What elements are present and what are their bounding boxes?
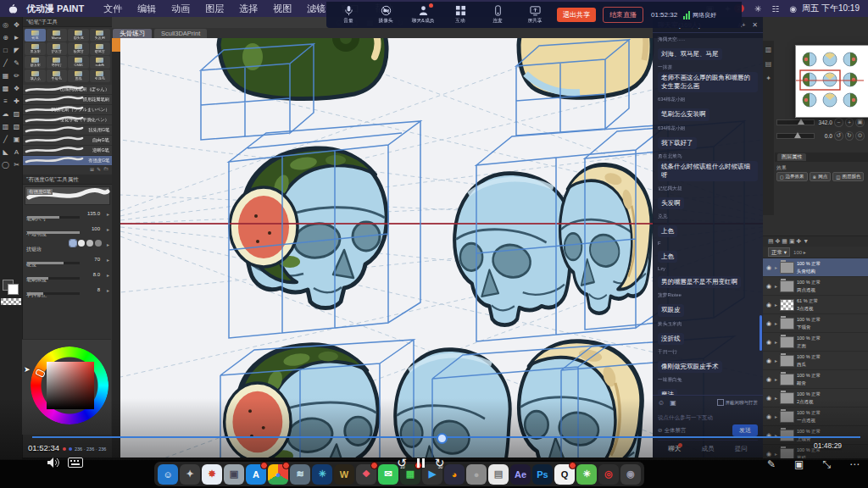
effect-button[interactable]: ◫图层颜色 [832, 172, 864, 181]
layer-row[interactable]: ◉ ▸ 100 % 正常正面 [763, 333, 868, 352]
link-mic-button[interactable]: 连麦 [479, 5, 516, 25]
video-progress-knob[interactable] [437, 433, 448, 444]
stepper-icon[interactable]: ▸ [107, 226, 109, 232]
dock-app-icon[interactable]: ● [466, 464, 487, 485]
slider-track[interactable] [27, 216, 80, 219]
apple-menu-icon[interactable] [8, 3, 18, 14]
layer-thumbnail[interactable] [780, 374, 794, 385]
tool-icon[interactable]: ✎ [11, 57, 22, 69]
menu-item[interactable]: 视图 [273, 3, 292, 14]
brush-row[interactable]: 逆断G笔 [23, 146, 112, 156]
document-tab[interactable]: 头骨练习 [113, 29, 152, 38]
rotate-cw-icon[interactable]: ↻ [845, 131, 854, 141]
layer-thumbnail[interactable] [780, 280, 794, 292]
layer-row[interactable]: ◉ ▸ 100 % 正常下颌骨 [763, 314, 868, 333]
layer-row[interactable]: ◉ ▸ 100 % 正常2点透视 [763, 389, 868, 408]
layer-visibility-icon[interactable]: ◉ [763, 413, 775, 420]
brush-row[interactable]: 有强度G笔 [23, 156, 112, 166]
dock-app-icon[interactable]: ● [268, 464, 288, 485]
dock-app-icon[interactable]: ◎ [598, 464, 619, 485]
slider-track[interactable] [27, 292, 80, 295]
tool-icon[interactable]: ✂ [11, 158, 22, 171]
stepper-icon[interactable]: ▸ [107, 241, 109, 247]
layer-row[interactable]: ◉ ▸ 61 % 正常3点透视 [763, 296, 868, 314]
effect-button[interactable]: ◻边界效果 [776, 172, 808, 181]
layer-thumbnail[interactable] [780, 336, 794, 348]
tool-icon[interactable]: ⊕ [0, 31, 11, 44]
menu-item[interactable]: 编辑 [137, 3, 156, 14]
transparent-color-swatch[interactable] [1, 298, 21, 305]
layer-thumbnail[interactable] [780, 430, 794, 441]
dock-app-icon[interactable]: ◕ [444, 464, 465, 485]
subtool-chip[interactable]: 超水彩 [25, 56, 46, 69]
interact-button[interactable]: 互动 [442, 5, 479, 25]
subtool-chip[interactable]: 引流毛 [90, 69, 111, 82]
tool-icon[interactable]: ▧ [11, 120, 22, 133]
rotate-ccw-icon[interactable]: ↺ [834, 131, 843, 141]
subtool-chip[interactable]: sub色 [90, 56, 111, 69]
dock-app-icon[interactable]: ✉ [378, 464, 398, 485]
brush-preview[interactable]: 有强度G笔 [25, 186, 110, 205]
menu-item[interactable]: 选择 [239, 3, 258, 14]
property-row[interactable]: 抗锯齿 ▸ [23, 237, 112, 252]
annotate-pencil-icon[interactable]: ✎ [767, 458, 776, 470]
stepper-icon[interactable]: ▸ [107, 287, 109, 293]
subtool-chip[interactable]: 填入么 [25, 69, 46, 82]
property-row[interactable]: 不透明度 100 ▸ [23, 222, 112, 237]
tool-icon[interactable]: ▦ [0, 69, 11, 82]
end-live-button[interactable]: 结束直播 [603, 7, 643, 23]
subtool-chip[interactable]: 圆头笔 [68, 29, 89, 42]
tool-icon[interactable]: □ [0, 44, 11, 57]
property-row[interactable]: 硬度 70 ▸ [23, 252, 112, 268]
rewind-10-button[interactable]: ↺10 [397, 457, 407, 469]
forward-30-button[interactable]: ↻30 [435, 457, 445, 469]
layer-thumbnail[interactable] [780, 392, 794, 404]
tool-icon[interactable]: ✏ [11, 69, 22, 82]
dock-app-icon[interactable]: ✸ [202, 464, 222, 485]
screen-share-button[interactable]: 屏共享 [516, 5, 554, 25]
tool-icon[interactable]: ╱ [0, 57, 11, 69]
dock-app-icon[interactable]: W [334, 464, 354, 485]
layer-visibility-icon[interactable]: ◉ [763, 358, 775, 364]
dock-app-icon[interactable]: Ps [532, 464, 553, 485]
pip-icon[interactable]: ▣ [794, 458, 804, 470]
layer-visibility-icon[interactable]: ◉ [763, 320, 775, 327]
subtool-chip[interactable]: Mamo [47, 29, 68, 42]
menu-item[interactable]: 动画 [171, 3, 190, 14]
dock-app-icon[interactable]: ✳ [576, 464, 597, 485]
subtool-chip[interactable]: 借的行 [47, 56, 68, 69]
subtool-chip[interactable]: 黑水彩 [25, 42, 46, 55]
layer-row[interactable]: ◉ ▸ 100 % 正常头骨结构 [763, 258, 868, 277]
stepper-icon[interactable]: ▸ [107, 211, 109, 217]
subtool-chip[interactable]: 直线 [68, 69, 89, 82]
layer-visibility-icon[interactable]: ◉ [763, 451, 775, 458]
mic-button[interactable]: 音量 [330, 5, 367, 25]
layer-thumbnail[interactable] [780, 411, 794, 423]
mute-chat-checkbox[interactable]: 屏蔽闲聊与打赏 [717, 399, 759, 406]
chat-scrollbar[interactable] [760, 315, 762, 351]
status-trigram-icon[interactable]: ☷ [771, 4, 779, 14]
zoom-out-icon[interactable]: − [834, 118, 843, 127]
menu-item[interactable]: 图层 [205, 3, 224, 14]
dock-app-icon[interactable]: ✦ [180, 464, 200, 485]
layer-visibility-icon[interactable]: ◉ [763, 395, 775, 402]
dock-app-icon[interactable]: ◉ [620, 464, 641, 485]
pause-button[interactable] [417, 458, 425, 468]
tool-icon[interactable]: ► [11, 31, 22, 44]
layer-visibility-icon[interactable]: ◉ [763, 264, 775, 271]
app-name[interactable]: 优动漫 PAINT [26, 3, 84, 15]
dock-app-icon[interactable]: Q [554, 464, 575, 485]
tool-icon[interactable]: ◣ [0, 146, 11, 158]
chat-input[interactable] [658, 413, 753, 422]
blend-mode-select[interactable]: 正常 ▾ [768, 247, 790, 257]
send-button[interactable]: 发送 [732, 424, 758, 436]
layer-thumbnail[interactable] [780, 262, 794, 274]
tab-layer-property[interactable]: 图层属性 [777, 153, 806, 161]
tool-icon[interactable]: ◤ [11, 44, 22, 57]
subtool-chip[interactable]: 护发甘 [47, 42, 68, 55]
chat-tab[interactable]: 提问 [725, 441, 758, 458]
reset-icon[interactable]: ⊙ [855, 131, 865, 141]
chat-tab[interactable]: 成员 [691, 441, 724, 458]
subtool-chip[interactable]: CM粘 [68, 56, 89, 69]
rotate-slider[interactable] [776, 133, 815, 139]
